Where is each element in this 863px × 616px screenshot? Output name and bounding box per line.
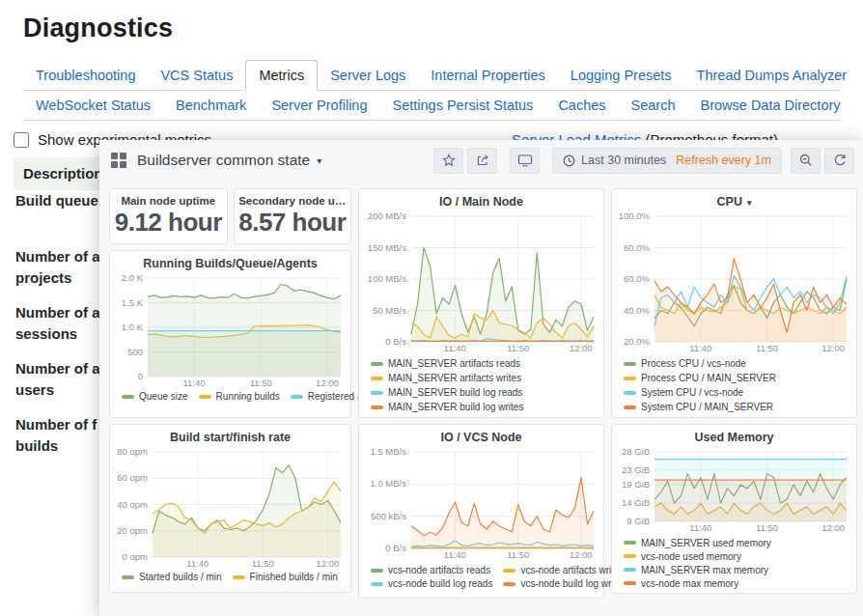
tab-settings-persist-status[interactable]: Settings Persist Status xyxy=(380,91,546,120)
legend-item[interactable]: Running builds xyxy=(199,391,280,402)
svg-text:12:00: 12:00 xyxy=(570,549,593,560)
panel-main-node-uptime[interactable]: Main node uptime 9.12 hour xyxy=(109,188,228,244)
star-button[interactable] xyxy=(433,148,463,174)
zoom-out-button[interactable] xyxy=(791,148,821,174)
legend-item[interactable]: MAIN_SERVER artifacts reads xyxy=(371,356,520,371)
legend-item[interactable]: vcs-node max memory xyxy=(624,576,738,590)
legend-item[interactable]: MAIN_SERVER max memory xyxy=(624,563,768,576)
tab-logging-presets[interactable]: Logging Presets xyxy=(558,61,684,90)
panel-used-memory: Used Memory 11:4011:5012:009 GiB14 GiB19… xyxy=(611,424,857,594)
legend-item[interactable]: System CPU / MAIN_SERVER xyxy=(624,400,773,414)
panel-title[interactable]: Used Memory xyxy=(616,430,852,447)
legend-item[interactable]: vcs-node build log writes xyxy=(503,578,626,589)
panel-title[interactable]: CPU▾ xyxy=(616,194,852,211)
svg-text:40.0%: 40.0% xyxy=(624,305,650,316)
legend-swatch xyxy=(371,362,383,366)
grafana-dashboard-overlay: Buildserver common state ▾ xyxy=(99,140,863,616)
svg-text:11:40: 11:40 xyxy=(444,549,466,560)
refresh-interval-label[interactable]: Refresh every 1m xyxy=(676,154,771,167)
svg-text:150 MB/s: 150 MB/s xyxy=(368,242,406,253)
io-vcs-node-chart[interactable]: 11:4011:5012:000 B/s500 kB/s1.0 MB/s1.5 … xyxy=(363,447,599,561)
svg-text:80 opm: 80 opm xyxy=(117,447,148,457)
svg-text:11:40: 11:40 xyxy=(689,522,711,533)
panel-io-main-node: IO / Main Node 11:4011:5012:000 B/s50 MB… xyxy=(358,188,604,418)
panel-build-start-finish-rate: Build start/finish rate 11:4011:5012:000… xyxy=(109,424,351,593)
svg-text:28 GiB: 28 GiB xyxy=(622,447,650,457)
svg-text:11:40: 11:40 xyxy=(186,558,209,569)
tab-search[interactable]: Search xyxy=(619,91,688,120)
legend-item[interactable]: vcs-node used memory xyxy=(624,549,741,563)
tab-server-logs[interactable]: Server Logs xyxy=(318,61,418,90)
svg-text:60 opm: 60 opm xyxy=(117,472,148,483)
build-rate-chart[interactable]: 11:4011:5012:000 opm20 opm40 opm60 opm80… xyxy=(114,447,347,570)
panel-title[interactable]: Running Builds/Queue/Agents xyxy=(114,256,347,273)
panel-secondary-node-uptime[interactable]: Secondary node u… 8.57 hour xyxy=(234,188,352,244)
legend-item[interactable]: vcs-node build log reads xyxy=(371,578,492,589)
svg-text:60.0%: 60.0% xyxy=(624,273,650,284)
legend-item[interactable]: Process CPU / MAIN_SERVER xyxy=(624,371,776,385)
dashboard-grid-icon[interactable] xyxy=(111,153,126,168)
stat-value: 9.12 hour xyxy=(115,208,222,238)
legend-swatch xyxy=(371,391,383,395)
tab-caches[interactable]: Caches xyxy=(545,91,618,120)
share-icon xyxy=(476,154,489,167)
svg-text:1.5 MB/s: 1.5 MB/s xyxy=(371,447,407,457)
panel-title[interactable]: IO / VCS Node xyxy=(363,430,599,447)
page-title: Diagnostics xyxy=(23,14,863,43)
svg-text:1.0 K: 1.0 K xyxy=(122,322,144,332)
svg-text:14 GiB: 14 GiB xyxy=(622,497,650,508)
svg-text:80.0%: 80.0% xyxy=(624,242,650,253)
dashboard-title[interactable]: Buildserver common state xyxy=(137,152,310,169)
legend-item[interactable]: Finished builds / min xyxy=(233,572,338,582)
svg-text:23 GiB: 23 GiB xyxy=(622,464,650,475)
legend-item[interactable]: MAIN_SERVER artifacts writes xyxy=(371,371,521,385)
legend-item[interactable]: vcs-node artifacts reads xyxy=(371,565,492,575)
legend-item[interactable]: MAIN_SERVER build log reads xyxy=(371,385,522,400)
used-memory-chart[interactable]: 11:4011:5012:009 GiB14 GiB19 GiB23 GiB28… xyxy=(616,447,852,534)
io-main-node-chart[interactable]: 11:4011:5012:000 B/s50 MB/s100 MB/s150 M… xyxy=(363,211,599,354)
svg-text:12:00: 12:00 xyxy=(570,343,593,353)
cpu-chart[interactable]: 11:4011:5012:0020.0%40.0%60.0%80.0%100.0… xyxy=(616,211,852,354)
panel-title[interactable]: Build start/finish rate xyxy=(114,430,347,447)
share-button[interactable] xyxy=(467,148,497,174)
dashboard-toolbar: Buildserver common state ▾ xyxy=(99,140,863,181)
legend-item[interactable]: Started builds / min xyxy=(122,572,222,582)
tab-websocket-status[interactable]: WebSocket Status xyxy=(23,91,163,120)
tab-thread-dumps-analyzer[interactable]: Thread Dumps Analyzer xyxy=(684,61,860,90)
tabs-secondary: WebSocket Status Benchmark Server Profil… xyxy=(23,91,840,121)
legend-swatch xyxy=(624,554,636,558)
tab-benchmark[interactable]: Benchmark xyxy=(163,91,259,120)
tab-troubleshooting[interactable]: Troubleshooting xyxy=(23,61,148,90)
legend-swatch xyxy=(503,582,515,586)
tab-vcs-status[interactable]: VCS Status xyxy=(148,61,245,90)
legend-swatch xyxy=(624,581,636,585)
legend-item[interactable]: MAIN_SERVER build log writes xyxy=(371,400,523,414)
svg-text:2.0 K: 2.0 K xyxy=(122,273,144,283)
stat-title: Main node uptime xyxy=(121,195,215,207)
tv-mode-button[interactable] xyxy=(510,148,540,174)
legend-item[interactable]: MAIN_SERVER used memory xyxy=(624,536,771,549)
time-range-picker[interactable]: Last 30 minutes Refresh every 1m xyxy=(552,148,782,174)
panel-running-builds-queue-agents: Running Builds/Queue/Agents 11:4011:5012… xyxy=(109,250,351,418)
panel-cpu: CPU▾ 11:4011:5012:0020.0%40.0%60.0%80.0%… xyxy=(611,188,857,418)
show-experimental-metrics-checkbox[interactable] xyxy=(14,132,29,148)
tab-metrics[interactable]: Metrics xyxy=(245,60,318,91)
legend-swatch xyxy=(371,569,383,573)
tab-internal-properties[interactable]: Internal Properties xyxy=(418,61,557,90)
svg-text:0: 0 xyxy=(138,371,143,381)
panel-title[interactable]: IO / Main Node xyxy=(363,194,599,211)
svg-text:100.0%: 100.0% xyxy=(619,211,651,221)
refresh-icon xyxy=(833,154,847,167)
tab-server-profiling[interactable]: Server Profiling xyxy=(259,91,379,120)
tab-browse-data-directory[interactable]: Browse Data Directory xyxy=(688,91,853,120)
chevron-down-icon[interactable]: ▾ xyxy=(317,155,321,166)
running-builds-chart[interactable]: 11:4011:5012:0005001.0 K1.5 K2.0 K xyxy=(114,273,347,389)
legend-item[interactable]: Queue size xyxy=(122,391,188,402)
legend-item[interactable]: System CPU / vcs-node xyxy=(624,385,743,400)
svg-text:40 opm: 40 opm xyxy=(117,499,148,510)
legend-item[interactable]: Process CPU / vcs-node xyxy=(624,356,746,371)
legend-item[interactable]: vcs-node artifacts writes xyxy=(503,565,626,575)
svg-text:9 GiB: 9 GiB xyxy=(626,516,650,526)
refresh-button[interactable] xyxy=(824,148,854,174)
legend-swatch xyxy=(199,395,211,399)
